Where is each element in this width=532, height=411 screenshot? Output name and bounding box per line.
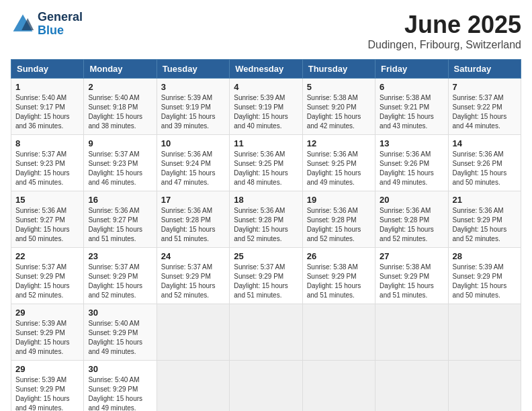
day-number: 24	[161, 251, 225, 261]
day-info: Sunrise: 5:40 AMSunset: 9:17 PMDaylight:…	[15, 93, 79, 131]
day-info: Sunrise: 5:36 AMSunset: 9:28 PMDaylight:…	[307, 206, 371, 244]
table-row: 30Sunrise: 5:40 AMSunset: 9:29 PMDayligh…	[84, 304, 157, 361]
day-info: Sunrise: 5:38 AMSunset: 9:29 PMDaylight:…	[307, 263, 371, 300]
day-number: 1	[15, 82, 79, 92]
table-row: 8Sunrise: 5:37 AMSunset: 9:23 PMDaylight…	[11, 135, 84, 191]
day-number: 3	[161, 82, 225, 92]
calendar-table: Sunday Monday Tuesday Wednesday Thursday…	[11, 59, 521, 411]
day-number: 13	[380, 138, 443, 148]
day-info: Sunrise: 5:36 AMSunset: 9:24 PMDaylight:…	[161, 150, 225, 187]
table-row: 9Sunrise: 5:37 AMSunset: 9:23 PMDaylight…	[84, 135, 157, 191]
day-number: 4	[234, 82, 298, 92]
day-number: 15	[15, 195, 79, 205]
day-info: Sunrise: 5:37 AMSunset: 9:29 PMDaylight:…	[15, 263, 79, 300]
table-row: 28Sunrise: 5:39 AMSunset: 9:29 PMDayligh…	[448, 248, 521, 304]
day-number: 25	[234, 251, 298, 261]
day-info: Sunrise: 5:39 AMSunset: 9:29 PMDaylight:…	[453, 263, 517, 300]
calendar-week-1: 1Sunrise: 5:40 AMSunset: 9:17 PMDaylight…	[11, 79, 521, 135]
table-row: 30Sunrise: 5:40 AMSunset: 9:29 PMDayligh…	[84, 361, 157, 412]
day-number: 14	[453, 138, 517, 148]
day-number: 28	[453, 251, 517, 261]
table-row: 24Sunrise: 5:37 AMSunset: 9:29 PMDayligh…	[157, 248, 229, 304]
header-thursday: Thursday	[302, 60, 375, 79]
day-number: 8	[15, 138, 79, 148]
day-number: 29	[15, 308, 79, 318]
day-info: Sunrise: 5:36 AMSunset: 9:28 PMDaylight:…	[380, 206, 443, 244]
table-row: 4Sunrise: 5:39 AMSunset: 9:19 PMDaylight…	[230, 79, 302, 135]
calendar-week-4: 22Sunrise: 5:37 AMSunset: 9:29 PMDayligh…	[11, 248, 521, 304]
day-number: 10	[161, 138, 225, 148]
logo-text-general: General	[38, 11, 83, 24]
day-info: Sunrise: 5:36 AMSunset: 9:25 PMDaylight:…	[234, 150, 298, 187]
table-row: 27Sunrise: 5:38 AMSunset: 9:29 PMDayligh…	[375, 248, 448, 304]
title-area: June 2025 Dudingen, Fribourg, Switzerlan…	[367, 11, 521, 51]
table-row: 21Sunrise: 5:36 AMSunset: 9:29 PMDayligh…	[448, 191, 521, 248]
header-tuesday: Tuesday	[157, 60, 229, 79]
calendar-week-5: 29Sunrise: 5:39 AMSunset: 9:29 PMDayligh…	[11, 304, 521, 361]
day-info: Sunrise: 5:40 AMSunset: 9:29 PMDaylight:…	[88, 319, 152, 357]
day-number: 23	[88, 251, 152, 261]
day-info: Sunrise: 5:39 AMSunset: 9:19 PMDaylight:…	[161, 93, 225, 131]
table-row: 19Sunrise: 5:36 AMSunset: 9:28 PMDayligh…	[302, 191, 375, 248]
table-row	[230, 361, 302, 412]
header-monday: Monday	[84, 60, 157, 79]
table-row	[157, 361, 229, 412]
logo-icon	[11, 12, 35, 36]
day-number: 20	[380, 195, 443, 205]
header-saturday: Saturday	[448, 60, 521, 79]
day-info: Sunrise: 5:39 AMSunset: 9:19 PMDaylight:…	[234, 93, 298, 131]
day-number: 12	[307, 138, 371, 148]
day-info: Sunrise: 5:38 AMSunset: 9:21 PMDaylight:…	[380, 93, 443, 131]
table-row: 6Sunrise: 5:38 AMSunset: 9:21 PMDaylight…	[375, 79, 448, 135]
table-row: 2Sunrise: 5:40 AMSunset: 9:18 PMDaylight…	[84, 79, 157, 135]
day-info: Sunrise: 5:39 AMSunset: 9:29 PMDaylight:…	[15, 375, 79, 411]
table-row: 20Sunrise: 5:36 AMSunset: 9:28 PMDayligh…	[375, 191, 448, 248]
table-row	[230, 304, 302, 361]
day-info: Sunrise: 5:36 AMSunset: 9:28 PMDaylight:…	[161, 206, 225, 244]
logo: General Blue	[11, 11, 83, 38]
day-info: Sunrise: 5:39 AMSunset: 9:29 PMDaylight:…	[15, 319, 79, 357]
table-row	[448, 304, 521, 361]
table-row: 12Sunrise: 5:36 AMSunset: 9:25 PMDayligh…	[302, 135, 375, 191]
table-row: 1Sunrise: 5:40 AMSunset: 9:17 PMDaylight…	[11, 79, 84, 135]
day-info: Sunrise: 5:36 AMSunset: 9:26 PMDaylight:…	[453, 150, 517, 187]
day-number: 11	[234, 138, 298, 148]
day-info: Sunrise: 5:37 AMSunset: 9:22 PMDaylight:…	[453, 93, 517, 131]
day-info: Sunrise: 5:36 AMSunset: 9:28 PMDaylight:…	[234, 206, 298, 244]
table-row	[302, 304, 375, 361]
table-row: 16Sunrise: 5:36 AMSunset: 9:27 PMDayligh…	[84, 191, 157, 248]
logo-text-blue: Blue	[38, 24, 83, 38]
calendar-week-6: 29Sunrise: 5:39 AMSunset: 9:29 PMDayligh…	[11, 361, 521, 412]
day-info: Sunrise: 5:36 AMSunset: 9:27 PMDaylight:…	[88, 206, 152, 244]
day-number: 19	[307, 195, 371, 205]
table-row: 13Sunrise: 5:36 AMSunset: 9:26 PMDayligh…	[375, 135, 448, 191]
day-info: Sunrise: 5:37 AMSunset: 9:29 PMDaylight:…	[88, 263, 152, 300]
header-friday: Friday	[375, 60, 448, 79]
table-row: 29Sunrise: 5:39 AMSunset: 9:29 PMDayligh…	[11, 304, 84, 361]
day-number: 29	[15, 364, 79, 374]
day-info: Sunrise: 5:37 AMSunset: 9:23 PMDaylight:…	[88, 150, 152, 187]
day-number: 16	[88, 195, 152, 205]
day-number: 2	[88, 82, 152, 92]
day-number: 7	[453, 82, 517, 92]
day-number: 21	[453, 195, 517, 205]
table-row: 17Sunrise: 5:36 AMSunset: 9:28 PMDayligh…	[157, 191, 229, 248]
table-row	[375, 361, 448, 412]
table-row: 3Sunrise: 5:39 AMSunset: 9:19 PMDaylight…	[157, 79, 229, 135]
day-info: Sunrise: 5:40 AMSunset: 9:29 PMDaylight:…	[88, 375, 152, 411]
day-number: 26	[307, 251, 371, 261]
header-sunday: Sunday	[11, 60, 84, 79]
day-info: Sunrise: 5:36 AMSunset: 9:29 PMDaylight:…	[453, 206, 517, 244]
table-row	[302, 361, 375, 412]
weekday-header-row: Sunday Monday Tuesday Wednesday Thursday…	[11, 60, 521, 79]
table-row: 26Sunrise: 5:38 AMSunset: 9:29 PMDayligh…	[302, 248, 375, 304]
day-number: 27	[380, 251, 443, 261]
table-row	[157, 304, 229, 361]
day-number: 22	[15, 251, 79, 261]
day-info: Sunrise: 5:37 AMSunset: 9:29 PMDaylight:…	[234, 263, 298, 300]
location-title: Dudingen, Fribourg, Switzerland	[367, 39, 521, 51]
table-row: 29Sunrise: 5:39 AMSunset: 9:29 PMDayligh…	[11, 361, 84, 412]
month-title: June 2025	[367, 11, 521, 39]
table-row	[448, 361, 521, 412]
page-header: General Blue June 2025 Dudingen, Fribour…	[11, 11, 521, 51]
